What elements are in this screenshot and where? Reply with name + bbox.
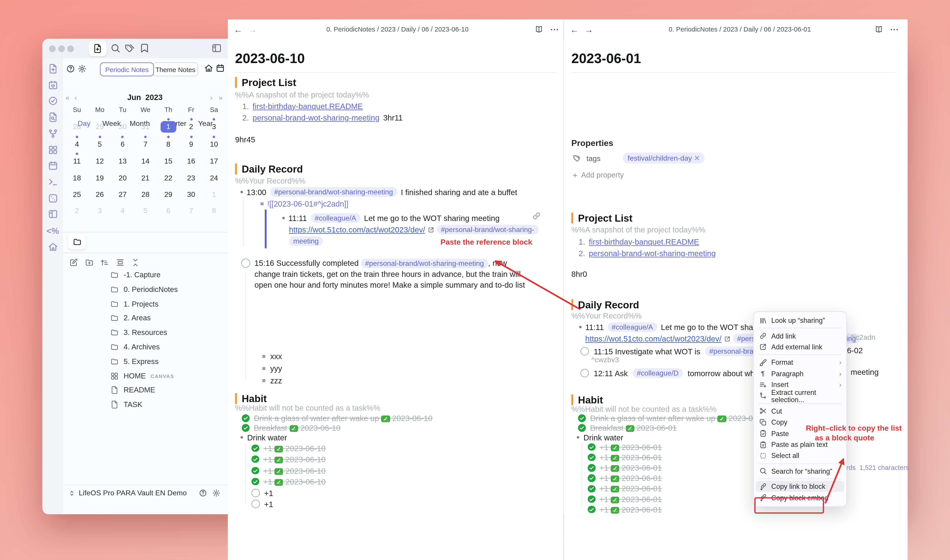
calendar-day[interactable]: 30: [183, 190, 199, 199]
sub-item[interactable]: xxx: [262, 351, 282, 362]
calendar-day[interactable]: 6: [115, 140, 131, 148]
external-link-icon[interactable]: [724, 335, 731, 342]
habit-plus-one-todo[interactable]: +1: [251, 498, 273, 509]
calendar-day[interactable]: 1: [160, 121, 176, 132]
calendar-day[interactable]: 8: [160, 140, 176, 148]
check-circle-icon[interactable]: [588, 464, 595, 472]
habit-drink-water[interactable]: Drink water: [240, 432, 287, 443]
tree-item[interactable]: 4. Archives: [110, 342, 160, 352]
note-link[interactable]: personal-brand-wot-sharing-meeting: [253, 113, 379, 122]
heading-daily-record[interactable]: Daily Record: [571, 299, 639, 310]
calendar-day[interactable]: 29: [160, 190, 176, 199]
task-11-15[interactable]: 11:15 Investigate what WOT is#personal-b…: [580, 346, 773, 357]
calendar-day[interactable]: 29: [92, 122, 108, 131]
calendar-day[interactable]: 22: [160, 174, 176, 182]
habit-drink-water[interactable]: Drink water: [577, 432, 623, 443]
task-checkbox[interactable]: [580, 369, 589, 377]
new-folder-button[interactable]: [85, 258, 94, 267]
task-checkbox[interactable]: [580, 347, 589, 356]
breadcrumb[interactable]: 0. PeriodicNotes / 2023 / Daily / 06 / 2…: [613, 25, 867, 33]
habit-plus-one-done[interactable]: +1 ✓ 2023-06-10: [251, 476, 326, 487]
tree-item[interactable]: TASK: [110, 399, 142, 410]
collapse-button[interactable]: [115, 258, 125, 267]
habit-plus-one-todo[interactable]: +1: [251, 488, 273, 498]
breadcrumb[interactable]: 0. PeriodicNotes / 2023 / Daily / 06 / 2…: [270, 25, 525, 33]
check-circle-icon[interactable]: [578, 414, 586, 422]
check-circle-icon[interactable]: [588, 506, 595, 513]
toggle-left-sidebar-button[interactable]: [211, 43, 222, 53]
heading-project-list[interactable]: Project List: [235, 77, 296, 88]
tree-item[interactable]: 2. Areas: [110, 313, 151, 323]
ribbon-templater-button[interactable]: <%: [48, 225, 58, 235]
new-note-button[interactable]: [89, 40, 107, 56]
external-url[interactable]: https://wot.51cto.com/act/wot2023/dev/: [585, 334, 721, 343]
habit-done[interactable]: Drink a glass of water after wake up ✓ 2…: [242, 412, 433, 423]
calendar-day[interactable]: 27: [115, 190, 131, 199]
files-tab-button[interactable]: [68, 234, 86, 249]
bookmark-button[interactable]: [139, 43, 149, 53]
vault-name[interactable]: LifeOS Pro PARA Vault EN Demo: [79, 489, 187, 497]
task-checkbox[interactable]: [251, 500, 260, 508]
habit-plus-one-done[interactable]: +1 ✓ 2023-06-10: [251, 465, 326, 476]
tree-item[interactable]: 5. Express: [110, 356, 159, 367]
habit-plus-one-done[interactable]: +1 ✓ 2023-06-01: [588, 473, 662, 484]
ribbon-dashboard-button[interactable]: [48, 145, 58, 155]
open-home-button[interactable]: [204, 63, 213, 72]
heading-daily-record[interactable]: Daily Record: [235, 163, 303, 174]
habit-plus-one-done[interactable]: +1 ✓ 2023-06-10: [251, 454, 326, 465]
sub-item[interactable]: yyy: [262, 363, 282, 374]
ribbon-workflow-button[interactable]: [48, 128, 58, 138]
calendar-day[interactable]: 24: [206, 174, 222, 182]
sort-order-button[interactable]: [100, 258, 109, 267]
calendar-day[interactable]: 14: [138, 157, 154, 165]
sub-item[interactable]: zzz: [262, 375, 282, 386]
next-month-button[interactable]: ›: [210, 93, 213, 102]
vault-help-button[interactable]: [199, 489, 207, 497]
habit-done[interactable]: Drink a glass of water after wake up ✓ 2…: [578, 412, 768, 423]
menu-paragraph[interactable]: ¶Paragraph›: [754, 368, 846, 379]
ribbon-database-button[interactable]: [48, 209, 58, 219]
habit-plus-one-done[interactable]: +1 ✓ 2023-06-01: [588, 483, 662, 494]
vault-settings-button[interactable]: [212, 489, 220, 497]
tag-pill[interactable]: #colleague/D: [633, 368, 683, 378]
add-property-button[interactable]: +Add property: [573, 169, 624, 180]
reading-view-button[interactable]: [534, 25, 544, 34]
check-circle-icon[interactable]: [251, 455, 259, 463]
habit-plus-one-done[interactable]: +1 ✓ 2023-06-01: [588, 494, 662, 505]
check-circle-icon[interactable]: [588, 443, 595, 451]
heading-project-list[interactable]: Project List: [571, 213, 633, 223]
calendar-day[interactable]: 21: [138, 174, 154, 182]
ribbon-file-search-button[interactable]: [48, 112, 58, 123]
more-options-button[interactable]: ⋯: [889, 24, 899, 34]
calendar-day[interactable]: 12: [92, 157, 108, 165]
reading-view-button[interactable]: [874, 25, 883, 34]
calendar-help-button[interactable]: [66, 64, 75, 73]
calendar-settings-button[interactable]: [77, 64, 86, 73]
collapse-all-button[interactable]: [131, 258, 140, 267]
habit-done[interactable]: Breakfast ✓ 2023-06-01: [578, 422, 677, 433]
check-circle-icon[interactable]: [588, 495, 595, 503]
edit-note-button[interactable]: [69, 258, 78, 267]
habit-plus-one-done[interactable]: +1 ✓ 2023-06-01: [588, 442, 662, 452]
menu-extract-current-selection[interactable]: Extract current selection...: [754, 390, 846, 401]
check-circle-icon[interactable]: [251, 478, 259, 485]
calendar-day[interactable]: 3: [206, 122, 222, 131]
note-link[interactable]: first-birthday-banquet.README: [589, 237, 699, 246]
calendar-day[interactable]: 9: [183, 140, 199, 148]
properties-heading[interactable]: Properties: [571, 138, 613, 148]
task-checkbox[interactable]: [241, 258, 250, 268]
forward-button[interactable]: →: [584, 25, 594, 34]
external-url[interactable]: https://wot.51cto.com/act/wot2023/dev/: [289, 225, 425, 234]
tag-pill[interactable]: #personal-brand/wot-sharing-meeting: [361, 258, 488, 268]
check-circle-icon[interactable]: [588, 454, 595, 462]
calendar-day[interactable]: 5: [92, 140, 108, 148]
tree-item[interactable]: 3. Resources: [110, 327, 167, 338]
calendar-day[interactable]: 18: [69, 174, 85, 182]
tree-item[interactable]: -1. Capture: [110, 270, 160, 280]
note-title[interactable]: 2023-06-01: [571, 51, 641, 67]
check-circle-icon[interactable]: [242, 424, 249, 432]
vault-switcher[interactable]: [68, 489, 76, 497]
note-link[interactable]: personal-brand-wot-sharing-meeting: [589, 249, 716, 258]
remove-tag-icon[interactable]: ✕: [694, 154, 700, 162]
calendar-day[interactable]: 13: [115, 157, 131, 165]
